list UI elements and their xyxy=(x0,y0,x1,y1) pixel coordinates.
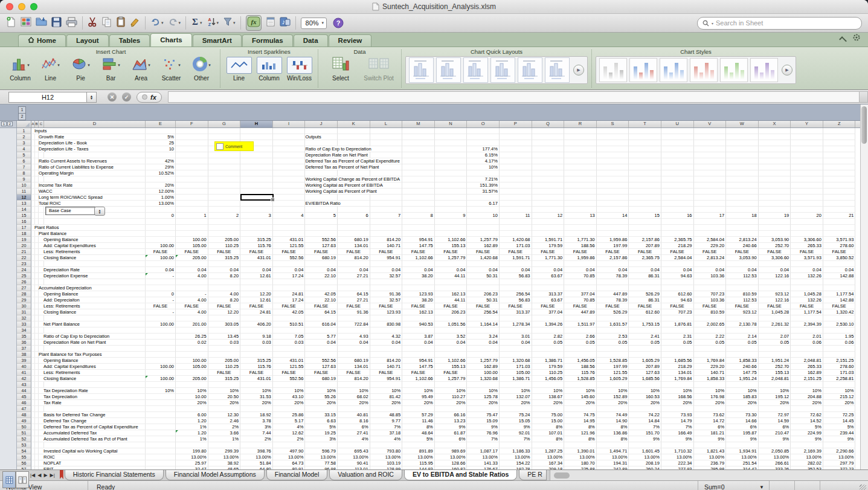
cell[interactable]: 3.66 xyxy=(208,430,241,436)
cell[interactable] xyxy=(500,195,532,201)
cell[interactable]: 10% xyxy=(532,388,565,394)
cell[interactable]: 1,257.79 xyxy=(467,237,500,243)
cell[interactable] xyxy=(532,352,565,358)
cell[interactable] xyxy=(240,261,273,267)
cell[interactable] xyxy=(500,231,532,237)
cell[interactable]: 100.00 xyxy=(467,370,500,376)
cell[interactable] xyxy=(661,382,694,388)
cell[interactable]: 20 xyxy=(791,213,823,219)
cell[interactable] xyxy=(208,152,241,158)
cell[interactable] xyxy=(629,152,661,158)
cell[interactable]: FALSE xyxy=(370,249,403,255)
cell[interactable]: 1,320.68 xyxy=(500,358,532,364)
cell[interactable]: 497.90 xyxy=(273,448,306,454)
cell[interactable]: 1.95 xyxy=(823,334,856,340)
cell[interactable]: 8.20 xyxy=(208,273,241,279)
cell[interactable]: 10% xyxy=(726,388,759,394)
cell[interactable] xyxy=(500,352,532,358)
cell[interactable] xyxy=(176,152,208,158)
cell[interactable]: 1,858.33 xyxy=(726,358,759,364)
cell[interactable]: 22.10 xyxy=(305,273,338,279)
cell[interactable]: 13.00% xyxy=(176,454,208,460)
cell[interactable] xyxy=(629,207,661,213)
cell[interactable] xyxy=(176,182,208,189)
column-header[interactable]: S xyxy=(597,121,629,127)
cell[interactable] xyxy=(500,225,532,231)
cell[interactable] xyxy=(176,140,208,146)
cell[interactable] xyxy=(759,279,791,285)
row-header[interactable]: 28 xyxy=(17,291,31,297)
cell[interactable]: 15.09 xyxy=(467,418,500,424)
cell[interactable]: 64.15 xyxy=(338,291,370,297)
cell[interactable] xyxy=(564,382,597,388)
cell[interactable]: 110.25 xyxy=(208,243,241,249)
cell[interactable]: - xyxy=(146,297,176,303)
cell[interactable]: 1,771.30 xyxy=(564,237,597,243)
cell[interactable]: 0.03 xyxy=(208,340,241,346)
cell[interactable]: 20% xyxy=(338,400,370,406)
cell[interactable] xyxy=(176,279,208,285)
cell[interactable]: 32.57 xyxy=(370,297,403,303)
cell[interactable] xyxy=(532,182,565,189)
column-header[interactable]: Q xyxy=(532,121,565,127)
cell[interactable] xyxy=(694,140,727,146)
row-header[interactable]: 52 xyxy=(17,436,31,442)
cell[interactable] xyxy=(726,285,759,291)
cell[interactable] xyxy=(823,170,856,176)
cell[interactable]: 0.04 xyxy=(791,267,823,273)
cell[interactable] xyxy=(500,285,532,291)
cell[interactable]: 12.20 xyxy=(240,291,273,297)
cell[interactable]: 42% xyxy=(146,158,176,164)
cell[interactable]: 1,771.30 xyxy=(532,255,565,261)
cell[interactable] xyxy=(240,285,273,291)
cell[interactable]: 940.53 xyxy=(402,321,435,327)
column-header[interactable]: V xyxy=(694,121,727,127)
cell[interactable] xyxy=(791,207,823,213)
column-header[interactable]: R xyxy=(564,121,597,127)
cell[interactable]: 140.71 xyxy=(370,364,403,370)
cell[interactable] xyxy=(370,219,403,225)
row-header[interactable]: 51 xyxy=(17,430,31,436)
cell[interactable]: 73.93 xyxy=(661,412,694,418)
cell[interactable] xyxy=(823,195,856,201)
cell[interactable]: 151.70 xyxy=(629,430,661,436)
cell[interactable]: 138.67 xyxy=(532,394,565,400)
cell[interactable]: 91.36 xyxy=(338,309,370,315)
cell[interactable]: 110.25 xyxy=(532,370,565,376)
cell[interactable] xyxy=(402,442,435,448)
cell[interactable]: 10 xyxy=(146,146,176,152)
cell[interactable] xyxy=(823,201,856,207)
cell[interactable]: FALSE xyxy=(726,249,759,255)
cell[interactable]: 100.00 xyxy=(146,321,176,327)
cell[interactable]: 0.04 xyxy=(726,267,759,273)
cell[interactable]: 55.26 xyxy=(305,394,338,400)
row-header[interactable]: 29 xyxy=(17,297,31,303)
cell[interactable] xyxy=(273,261,306,267)
cell[interactable] xyxy=(176,225,208,231)
cell[interactable] xyxy=(759,285,791,291)
cell[interactable]: 4 xyxy=(273,213,306,219)
cell[interactable]: 205.00 xyxy=(176,255,208,261)
cell[interactable]: FALSE xyxy=(176,249,208,255)
cell[interactable]: 1,876.81 xyxy=(661,321,694,327)
cell[interactable]: 2,050.85 xyxy=(759,448,791,454)
cell[interactable]: 1,934.91 xyxy=(726,448,759,454)
cell[interactable] xyxy=(240,327,273,334)
cell[interactable]: 72.62 xyxy=(791,412,823,418)
cell[interactable] xyxy=(564,182,597,189)
cell[interactable] xyxy=(500,146,532,152)
cell[interactable]: 2.41 xyxy=(629,334,661,340)
cell[interactable]: 1,390.01 xyxy=(564,448,597,454)
cell[interactable]: 8% xyxy=(564,436,597,442)
cell[interactable]: 13.00% xyxy=(305,454,338,460)
cell[interactable]: 596.79 xyxy=(305,448,338,454)
cell[interactable] xyxy=(273,195,306,201)
cell[interactable]: 810.59 xyxy=(694,309,727,315)
cell[interactable]: 2.01 xyxy=(791,334,823,340)
redo-button[interactable]: ▾ xyxy=(168,18,181,29)
cell[interactable] xyxy=(208,176,241,182)
cell[interactable] xyxy=(823,406,856,412)
cell[interactable] xyxy=(467,140,500,146)
cell[interactable] xyxy=(273,134,306,140)
cell[interactable]: 72.25 xyxy=(823,412,856,418)
